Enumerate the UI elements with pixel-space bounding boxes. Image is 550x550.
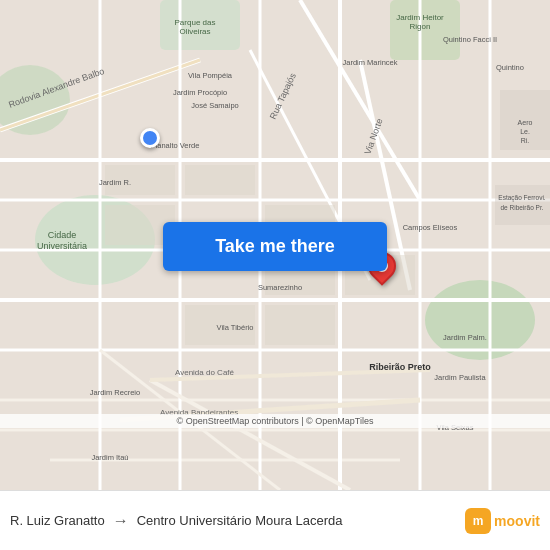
svg-text:Jardim Marincek: Jardim Marincek [342,58,397,67]
svg-text:Rigon: Rigon [410,22,431,31]
svg-text:Sumarezinho: Sumarezinho [258,283,302,292]
attribution-text: © OpenStreetMap contributors | © OpenMap… [177,416,374,426]
svg-text:Cidade: Cidade [48,230,77,240]
svg-text:de Ribeirão Pr.: de Ribeirão Pr. [501,204,544,211]
arrow-icon: → [113,512,129,530]
svg-point-2 [425,280,535,360]
bottom-bar: R. Luiz Granatto → Centro Universitário … [0,490,550,550]
svg-text:Jardim Heitor: Jardim Heitor [396,13,444,22]
moovit-logo: m moovit [465,508,540,534]
svg-text:Jardim R.: Jardim R. [99,178,131,187]
moovit-text: moovit [494,513,540,529]
svg-text:Ri.: Ri. [521,137,530,144]
svg-text:Le.: Le. [520,128,530,135]
svg-text:Jardim Itaú: Jardim Itaú [91,453,128,462]
svg-text:Ribeirão Preto: Ribeirão Preto [369,362,431,372]
map-attribution: © OpenStreetMap contributors | © OpenMap… [0,414,550,428]
svg-text:Vila Tibério: Vila Tibério [217,323,254,332]
svg-text:Campos Elíseos: Campos Elíseos [403,223,458,232]
svg-text:Jardim Paulista: Jardim Paulista [434,373,486,382]
svg-text:Vila Pompéia: Vila Pompéia [188,71,233,80]
svg-text:Jardim Recreio: Jardim Recreio [90,388,140,397]
moovit-icon: m [465,508,491,534]
take-me-there-label: Take me there [215,236,335,257]
svg-text:Quintino Facci II: Quintino Facci II [443,35,497,44]
svg-text:Jardim Procópio: Jardim Procópio [173,88,227,97]
take-me-there-button[interactable]: Take me there [163,222,387,271]
destination-label: Centro Universitário Moura Lacerda [137,513,343,528]
svg-text:Parque das: Parque das [175,18,216,27]
app-container: Rodovia Alexandre Balbo Via Norte Rua Ta… [0,0,550,550]
svg-rect-30 [185,165,255,195]
origin-marker [140,128,160,148]
svg-text:Quintino: Quintino [496,63,524,72]
svg-rect-36 [265,305,335,345]
svg-text:Aero: Aero [518,119,533,126]
svg-text:Jardim Palm.: Jardim Palm. [443,333,487,342]
map-area[interactable]: Rodovia Alexandre Balbo Via Norte Rua Ta… [0,0,550,490]
svg-text:José Samaipo: José Samaipo [191,101,239,110]
svg-text:Estação Ferrovi.: Estação Ferrovi. [498,194,546,202]
svg-text:Oliveiras: Oliveiras [179,27,210,36]
svg-text:Universitária: Universitária [37,241,87,251]
svg-text:Avenida do Café: Avenida do Café [175,368,235,377]
origin-label: R. Luiz Granatto [10,513,105,528]
